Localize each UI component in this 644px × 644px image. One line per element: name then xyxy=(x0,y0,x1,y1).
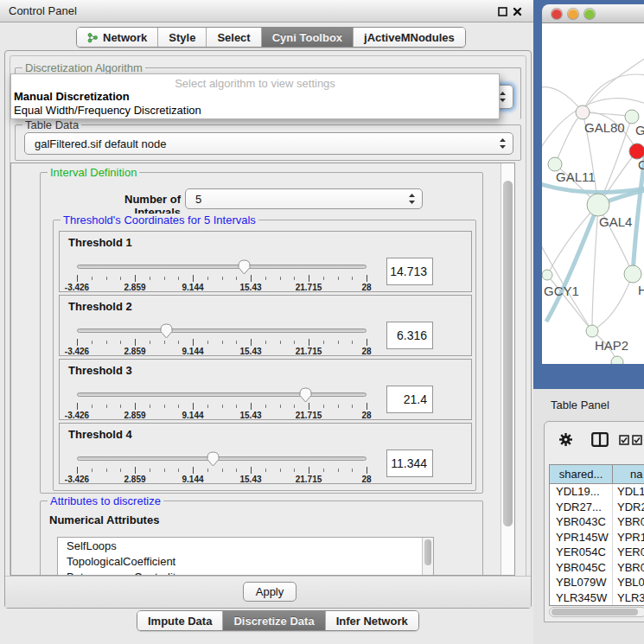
slider-thumb[interactable] xyxy=(238,259,251,275)
network-node-hap2[interactable] xyxy=(586,325,598,337)
settings-scrollbar[interactable] xyxy=(501,163,514,575)
table-data-value: galFiltered.sif default node xyxy=(35,137,166,150)
network-node-gcy1[interactable] xyxy=(542,270,552,280)
column-header-shared-name[interactable]: shared... xyxy=(550,465,613,483)
slider-thumb[interactable] xyxy=(160,323,173,339)
threshold-value-field[interactable]: 14.713 xyxy=(386,258,433,285)
shared-name-cell[interactable]: YPR145W xyxy=(550,530,613,545)
tab-label: jActiveMNodules xyxy=(364,31,455,44)
dropdown-option-equal-width-frequency[interactable]: Equal Width/Frequency Discretization xyxy=(14,104,201,117)
threshold-value-field[interactable]: 21.4 xyxy=(386,386,433,413)
name-cell[interactable]: YDL1 xyxy=(613,484,644,500)
table-row[interactable]: YDL19...YDL1 xyxy=(550,484,644,500)
slider-tick-label: 21.715 xyxy=(296,411,322,420)
select-columns-icon[interactable] xyxy=(619,435,629,445)
dropdown-option-manual-discretization[interactable]: Manual Discretization xyxy=(14,90,130,103)
slider-track[interactable] xyxy=(77,392,367,397)
attribute-list-item[interactable]: BetweennessCentrality xyxy=(58,569,433,576)
slider-thumb[interactable] xyxy=(207,451,220,467)
tab-label: Impute Data xyxy=(148,615,212,628)
network-node-gal80[interactable] xyxy=(576,105,590,119)
slider-tick xyxy=(251,403,252,410)
network-node[interactable] xyxy=(611,356,623,364)
shared-name-cell[interactable]: YBR045C xyxy=(550,560,613,576)
list-scrollbar-thumb[interactable] xyxy=(424,539,431,565)
table-row[interactable]: YPR145WYPR1 xyxy=(550,530,644,545)
shared-name-cell[interactable]: YBR043C xyxy=(550,514,613,530)
network-view-canvas[interactable]: GAL80GACGAL11GAL4GCY1HHAP2 xyxy=(542,23,644,364)
name-cell[interactable]: YBR0 xyxy=(613,514,644,530)
slider-track[interactable] xyxy=(77,456,367,461)
table-row[interactable]: YIL052CYIL0 xyxy=(550,605,644,606)
table-hscrollbar-thumb[interactable] xyxy=(552,609,638,615)
table-row[interactable]: YBR043CYBR0 xyxy=(550,514,644,530)
dropdown-prompt: Select algorithm to view settings xyxy=(11,77,499,90)
settings-scrollbar-thumb[interactable] xyxy=(503,181,513,526)
name-cell[interactable]: YBL0 xyxy=(613,575,644,590)
name-cell[interactable]: YIL0 xyxy=(613,605,644,606)
float-window-icon[interactable] xyxy=(497,6,508,17)
table-row[interactable]: YER054CYER0 xyxy=(550,545,644,560)
name-cell[interactable]: YER0 xyxy=(613,545,644,560)
gear-icon[interactable] xyxy=(558,432,573,447)
tab-impute-data[interactable]: Impute Data xyxy=(137,611,223,630)
select-all-icon[interactable] xyxy=(632,435,642,445)
shared-name-cell[interactable]: YER054C xyxy=(550,545,613,560)
tab-network[interactable]: Network xyxy=(77,28,158,47)
slider-track[interactable] xyxy=(77,265,367,269)
shared-name-cell[interactable]: YIL052C xyxy=(550,605,613,606)
close-traffic-light[interactable] xyxy=(552,9,562,19)
number-of-intervals-combobox[interactable]: 5 xyxy=(185,188,423,209)
shared-name-cell[interactable]: YLR345W xyxy=(550,590,613,606)
slider-ticks xyxy=(77,403,367,410)
attribute-list-item[interactable]: SelfLoops xyxy=(58,538,433,553)
slider-tick xyxy=(178,405,179,408)
tab-label: Discretize Data xyxy=(233,615,314,628)
tab-label: Style xyxy=(169,31,195,44)
minimize-traffic-light[interactable] xyxy=(568,9,578,19)
network-node-gal4[interactable] xyxy=(587,194,609,216)
table-row[interactable]: YBR045CYBR0 xyxy=(550,560,644,576)
tab-infer-network[interactable]: Infer Network xyxy=(326,611,418,630)
table-data-combobox[interactable]: galFiltered.sif default node xyxy=(24,132,513,155)
shared-name-cell[interactable]: YDL19... xyxy=(550,484,613,500)
number-of-intervals-value: 5 xyxy=(195,193,201,206)
slider-track[interactable] xyxy=(77,328,367,333)
name-cell[interactable]: YDR2 xyxy=(613,500,644,515)
slider-tick xyxy=(164,469,165,472)
name-cell[interactable]: YPR1 xyxy=(613,530,644,545)
attribute-list-item[interactable]: TopologicalCoefficient xyxy=(58,553,433,569)
network-window-titlebar[interactable] xyxy=(542,4,644,23)
node-label: H xyxy=(638,283,644,297)
tab-jactivemnodules[interactable]: jActiveMNodules xyxy=(354,28,465,47)
table-horizontal-scrollbar[interactable] xyxy=(549,607,644,617)
table-body: YDL19...YDL1YDR27...YDR2YBR043CYBR0YPR14… xyxy=(550,484,644,606)
name-cell[interactable]: YBR0 xyxy=(613,560,644,576)
tab-cyni-toolbox[interactable]: Cyni Toolbox xyxy=(262,28,354,47)
column-layout-icon[interactable] xyxy=(591,432,609,447)
threshold-value-field[interactable]: 6.316 xyxy=(386,322,433,349)
slider-tick xyxy=(92,469,92,472)
name-cell[interactable]: YLR3 xyxy=(613,590,644,606)
apply-button[interactable]: Apply xyxy=(243,582,296,602)
interval-definition-group: Interval Definition Number of Intervals … xyxy=(40,172,483,494)
list-scrollbar[interactable] xyxy=(422,538,433,576)
shared-name-cell[interactable]: YDR27... xyxy=(550,500,613,515)
table-row[interactable]: YBL079WYBL0 xyxy=(550,575,644,590)
tab-discretize-data[interactable]: Discretize Data xyxy=(223,611,325,630)
column-header-name[interactable]: na xyxy=(613,465,644,483)
shared-name-cell[interactable]: YBL079W xyxy=(550,575,613,590)
table-row[interactable]: YLR345WYLR3 xyxy=(550,590,644,606)
slider-tick xyxy=(178,469,179,472)
network-node-ga[interactable] xyxy=(625,110,639,124)
slider-tick xyxy=(280,405,281,408)
network-node-h[interactable] xyxy=(624,265,641,283)
maximize-traffic-light[interactable] xyxy=(584,9,595,19)
slider-tick-label: 28 xyxy=(361,475,371,484)
tab-select[interactable]: Select xyxy=(207,28,261,47)
close-icon[interactable] xyxy=(512,6,523,17)
table-row[interactable]: YDR27...YDR2 xyxy=(550,500,644,515)
threshold-value-field[interactable]: 11.344 xyxy=(386,450,433,477)
tab-style[interactable]: Style xyxy=(158,28,207,47)
slider-thumb[interactable] xyxy=(299,387,312,403)
